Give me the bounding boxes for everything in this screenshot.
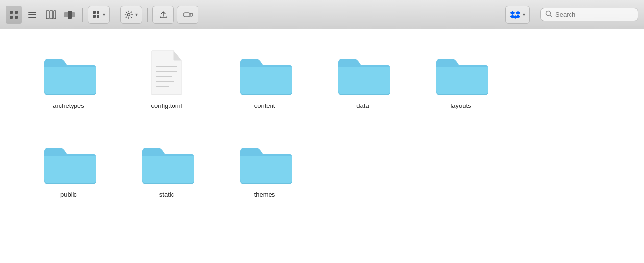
column-view-button[interactable] (43, 6, 59, 24)
svg-rect-13 (93, 11, 96, 14)
file-name: static (159, 191, 174, 198)
search-container (540, 8, 638, 21)
file-name: public (60, 191, 77, 198)
list-view-button[interactable] (25, 6, 40, 24)
svg-rect-15 (93, 15, 96, 18)
svg-rect-1 (15, 11, 18, 14)
arrange-chevron: ▾ (103, 12, 105, 17)
separator-4 (535, 8, 535, 22)
svg-rect-9 (54, 11, 56, 19)
share-button[interactable] (152, 6, 174, 24)
icon-view-button[interactable] (6, 6, 22, 24)
file-row-2: public static themes (20, 133, 624, 202)
list-item[interactable]: static (118, 133, 216, 202)
svg-rect-12 (71, 12, 75, 17)
list-item[interactable]: data (314, 44, 412, 113)
file-name: content (254, 102, 275, 109)
separator-2 (115, 8, 115, 22)
file-row-1: archetypes config.toml (20, 44, 624, 113)
svg-rect-7 (46, 11, 49, 19)
gear-button[interactable]: ▾ (120, 6, 142, 24)
search-input[interactable] (555, 11, 624, 18)
svg-rect-6 (28, 17, 36, 18)
svg-rect-11 (68, 11, 72, 19)
list-item[interactable]: layouts (412, 44, 510, 113)
svg-rect-3 (15, 16, 18, 19)
svg-rect-16 (97, 15, 99, 18)
tag-button[interactable] (177, 6, 198, 24)
file-name: config.toml (151, 102, 182, 109)
dropbox-chevron: ▾ (523, 12, 525, 17)
arrange-button[interactable]: ▾ (88, 6, 110, 24)
dropbox-button[interactable]: ▾ (505, 6, 530, 24)
svg-rect-5 (28, 14, 36, 15)
separator-1 (82, 8, 83, 22)
gear-chevron: ▾ (135, 12, 138, 17)
svg-rect-8 (50, 11, 53, 19)
svg-rect-2 (10, 16, 13, 19)
file-browser: archetypes config.toml (0, 29, 644, 217)
svg-rect-17 (183, 13, 190, 17)
svg-rect-14 (97, 11, 99, 14)
search-icon (545, 10, 552, 19)
list-item[interactable]: archetypes (20, 44, 118, 113)
list-item[interactable]: config.toml (118, 44, 216, 113)
file-name: archetypes (53, 102, 84, 109)
list-item[interactable]: public (20, 133, 118, 202)
list-item[interactable]: themes (216, 133, 314, 202)
svg-rect-10 (64, 12, 68, 17)
separator-3 (147, 8, 148, 22)
file-name: layouts (450, 102, 471, 109)
list-item[interactable]: content (216, 44, 314, 113)
svg-rect-0 (10, 11, 13, 14)
coverflow-view-button[interactable] (62, 6, 77, 24)
svg-rect-4 (28, 12, 36, 13)
file-name: data (356, 102, 369, 109)
toolbar: ▾ ▾ ▾ (0, 0, 644, 29)
file-name: themes (254, 191, 275, 198)
